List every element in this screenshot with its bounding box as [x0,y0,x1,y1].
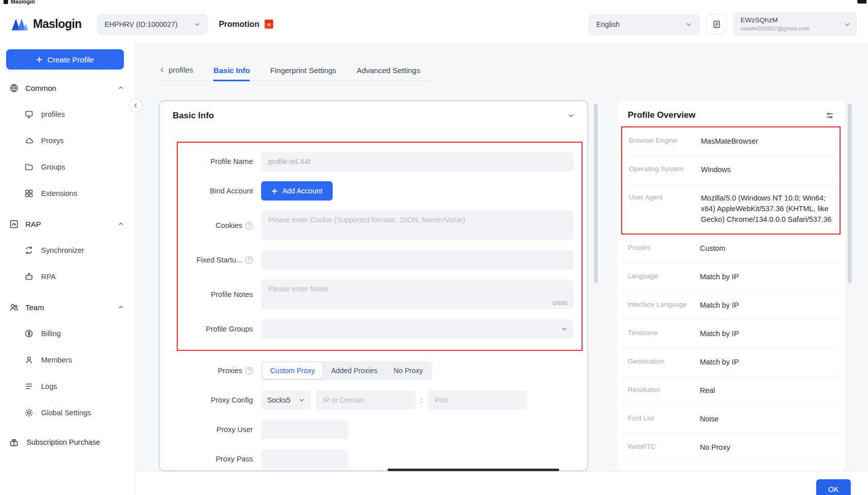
overview-row: Language Match by IP [621,263,841,291]
profile-notes-row: Profile Notes 0/500 [183,280,576,309]
sidebar-item-global-settings[interactable]: Global Settings [0,400,135,426]
sidebar-item-label: profiles [41,110,65,118]
browser-titlebar: Maslogin [0,0,868,5]
overview-rows: Proxies Custom Language Match by IP Inte… [621,235,841,462]
top-bar: Maslogin EHPHRV (ID:1000027) Promotion E… [0,5,868,43]
gauge-box-icon [9,219,19,229]
sidebar-item-profiles[interactable]: profiles [0,101,135,127]
help-icon[interactable]: ? [245,222,253,229]
proxy-user-input[interactable] [261,420,348,439]
proxy-mode-added-proxies[interactable]: Added Proxies [324,362,385,379]
sidebar-item-label: Billing [41,329,61,338]
overview-row-value: Real [700,385,834,396]
workspace-selector[interactable]: EHPHRV (ID:1000027) [97,14,208,35]
proxy-ip-input[interactable] [316,390,415,410]
sidebar-item-label: RPA [41,273,56,281]
sidebar-nav: Common profiles Proxys [0,75,135,455]
monitor-icon [24,110,34,119]
overview-row-value: Match by IP [700,328,834,339]
page-scrollbar-thumb[interactable] [848,104,852,283]
highlight-box-overview: Browser Engine MasMateBrowser Operating … [621,126,841,235]
proxy-pass-row: Proxy Pass [183,449,576,469]
sidebar-item-label: Groups [41,163,66,171]
proxy-port-input[interactable] [428,390,527,410]
basic-info-card: Basic Info Profile Name [159,101,588,471]
chevron-up-icon [118,304,124,310]
promotion-label: Promotion [219,20,260,29]
sidebar-section-rap[interactable]: RAP [0,211,135,237]
profile-name-label: Profile Name [183,157,253,166]
sidebar-item-synchronizer[interactable]: Synchronizer [0,237,135,263]
proxy-config-row: Proxy Config Socks5 : [183,390,576,410]
cookies-textarea[interactable] [261,211,573,240]
chevron-up-icon [118,85,124,91]
proxy-protocol-select[interactable]: Socks5 [261,390,311,410]
add-account-button[interactable]: Add Account [261,181,333,201]
overview-row-label: Geolocation [628,357,700,365]
sidebar-section-common[interactable]: Common [0,75,135,101]
proxy-mode-custom-proxy[interactable]: Custom Proxy [263,362,323,379]
user-account-menu[interactable]: EWzSQhzM xiaofei020907@gmail.com [734,13,857,36]
add-account-label: Add Account [282,187,323,195]
basic-info-form: Profile Name Bind Account [159,130,588,469]
footer-bar: OK [136,471,868,495]
overview-row-value: Custom [700,243,834,254]
window-controls[interactable] [857,0,866,4]
overview-row-value: Match by IP [700,300,834,311]
overview-row-label: Browser Engine [629,136,701,144]
tab-advanced-settings[interactable]: Advanced Settings [357,66,420,81]
sidebar-item-billing[interactable]: Billing [0,320,135,347]
vertical-scrollbar-thumb[interactable] [594,104,598,283]
horizontal-scrollbar-thumb[interactable] [388,469,559,471]
proxy-pass-input[interactable] [261,449,348,469]
overview-header: Profile Overview [617,101,845,126]
notes-button[interactable] [706,14,727,35]
bind-account-label: Bind Account [183,187,253,195]
overview-row-label: User Agent [629,193,701,201]
proxy-mode-no-proxy[interactable]: No Proxy [386,362,431,379]
profile-overview-panel: Profile Overview Browser Engine MasMateB… [617,101,845,471]
create-profile-button[interactable]: Create Profile [6,49,124,70]
sidebar-section-team[interactable]: Team [0,294,135,320]
topbar-right-group: English EWzSQhzM xiaofei020907@gmail.com [589,13,857,36]
sidebar-item-groups[interactable]: Groups [0,154,135,180]
sidebar-item-logs[interactable]: Logs [0,373,135,400]
sidebar-collapse-button[interactable] [129,99,142,112]
sidebar-item-label: Synchronizer [41,246,84,254]
profile-name-row: Profile Name [183,152,576,171]
tab-basic-info[interactable]: Basic Info [213,66,250,81]
proxy-separator: : [421,396,423,404]
collapse-chevron-icon[interactable] [568,112,574,119]
fixed-startup-label: Fixed Startu... [197,256,242,264]
help-icon[interactable]: ? [245,367,253,375]
coin-icon [24,329,34,338]
fixed-startup-input[interactable] [261,250,573,270]
language-selector[interactable]: English [589,14,699,35]
sidebar-item-label: Logs [41,382,57,390]
overview-row-label: Font List [628,414,700,422]
profile-groups-select[interactable] [261,319,573,339]
sidebar-item-rpa[interactable]: RPA [0,263,135,290]
sidebar-item-members[interactable]: Members [0,347,135,373]
profile-groups-label: Profile Groups [183,325,253,333]
main-content: profiles Basic Info Fingerprint Settings… [136,43,868,495]
sidebar-item-subscription-purchase[interactable]: Subscription Purchase [0,429,135,455]
overview-row-label: Proxies [628,243,700,251]
sidebar-item-proxys[interactable]: Proxys [0,127,135,154]
help-icon[interactable]: ? [245,256,253,264]
profile-name-input[interactable] [261,152,573,171]
content-area: Basic Info Profile Name [159,101,868,495]
promotion-link[interactable]: Promotion [219,19,274,29]
sidebar-section-label: Team [25,303,44,312]
ok-button[interactable]: OK [816,479,851,495]
profile-notes-textarea[interactable] [261,280,573,309]
gear-icon [24,408,34,417]
tab-fingerprint-settings[interactable]: Fingerprint Settings [270,66,336,81]
sidebar-item-extensions[interactable]: Extensions [0,180,135,207]
sidebar-item-label: Proxys [41,137,63,145]
card-title: Basic Info [173,111,214,121]
overview-row: Browser Engine MasMateBrowser [622,127,840,156]
back-to-profiles-link[interactable]: profiles [159,65,193,81]
team-icon [9,303,19,312]
sliders-icon[interactable] [825,111,834,120]
